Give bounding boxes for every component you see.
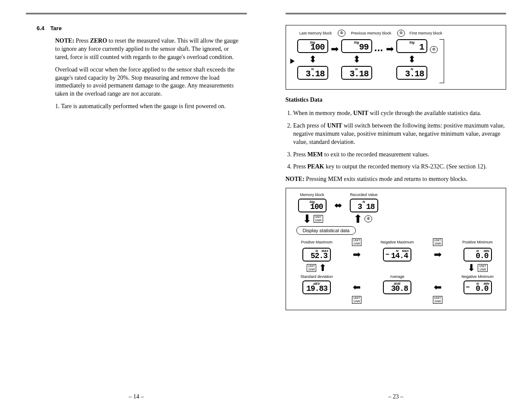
note-label: NOTE:	[55, 37, 74, 44]
page-right: Last memory block ⦿ Previous memory bloc…	[266, 0, 532, 411]
lcd-average: AVE 30.8	[383, 280, 411, 294]
updown-arrow-icon: ⬍	[408, 55, 416, 64]
right-arrow-icon: ➡	[386, 44, 394, 54]
label-neg-max: Negative Maximum	[380, 240, 414, 244]
lcd-recorded-value: N 3 18	[350, 199, 378, 212]
updown-arrow-icon: ⬍	[353, 55, 361, 64]
unit-button-icon: UNIT1INR	[433, 296, 442, 304]
label-first-memory: First memory block	[408, 31, 445, 35]
unit-button-icon: UNIT1INR	[352, 296, 361, 304]
figure-memory-blocks: Last memory block ⦿ Previous memory bloc…	[286, 25, 507, 90]
btn-icon: ⦿	[338, 30, 345, 37]
entry-arrow-icon	[290, 59, 295, 64]
lcd-last-value: N 3.18	[297, 66, 328, 80]
updown-arrow-icon: ⬍	[309, 55, 317, 64]
down-arrow-icon: ⬇	[302, 214, 312, 224]
label-memory-block: Memory block	[300, 193, 324, 197]
left-arrow-icon: ⬅	[434, 283, 442, 292]
lcd-first-value: N 3.18	[396, 66, 427, 80]
unit-button-icon: UNIT1INR	[478, 264, 487, 272]
statistics-heading: Statistics Data	[286, 97, 507, 103]
label-pos-max: Positive Maximum	[301, 240, 333, 244]
unit-button-icon: UNIT1INR	[352, 238, 361, 246]
label-std-dev: Standard deviation	[301, 274, 333, 279]
page-left: 6.4 Tare NOTE: Press ZERO to reset the m…	[0, 0, 266, 411]
lcd-neg-min: NMIN – 0.0	[464, 280, 492, 294]
label-neg-min: Negative Minimum	[461, 274, 494, 279]
label-last-memory: Last memory block	[296, 31, 335, 35]
lcd-std-dev: dEV 19.83	[302, 280, 331, 294]
loop-bracket-icon	[439, 39, 444, 83]
btn-icon: ⦿	[364, 215, 372, 222]
statistics-list: When in memory mode, UNIT will cycle thr…	[293, 109, 507, 171]
lcd-neg-max: NMAX – 14.4	[383, 248, 411, 262]
display-statistical-data: Display statistical data	[296, 226, 356, 235]
left-arrow-icon: ⬅	[353, 283, 361, 292]
figure-statistics-flow: Memory block Slg 100 ⬌ Recorded Value N …	[286, 188, 507, 310]
zero-key: ZERO	[90, 37, 107, 44]
right-arrow-icon: ➡	[434, 250, 442, 259]
ellipsis-icon: •••	[375, 47, 384, 54]
page-number-left: – 14 –	[26, 393, 247, 400]
page-number-right: – 23 –	[286, 393, 507, 400]
list-item: Each press of UNIT will switch between t…	[293, 122, 507, 146]
down-arrow-icon: ⬇	[467, 263, 475, 273]
list-item: Press MEM to exit to the recorded measur…	[293, 151, 507, 159]
right-arrow-icon: ➡	[353, 250, 361, 259]
section-number: 6.4	[37, 25, 49, 31]
unit-button-icon: UNIT1INR	[307, 264, 316, 272]
unit-button-icon: UNIT1INR	[314, 215, 323, 223]
lcd-first-index: Slg 1	[396, 39, 427, 53]
lcd-prev-index: Slg 99	[341, 39, 372, 53]
label-prev-memory: Previous memory block	[348, 31, 395, 35]
unit-button-icon: UNIT1INR	[433, 238, 442, 246]
btn-icon: ⦿	[430, 46, 438, 53]
section-heading: 6.4 Tare	[37, 25, 247, 31]
list-item: When in memory mode, UNIT will cycle thr…	[293, 109, 507, 118]
list-item: Press PEAK key to output the recorded me…	[293, 163, 507, 171]
list-item-1: 1. Tare is automatically performed when …	[55, 103, 243, 111]
right-arrow-icon: ➡	[331, 44, 339, 54]
leftright-arrow-icon: ⬌	[334, 201, 342, 210]
top-rule	[26, 13, 247, 14]
lcd-pos-max: NMAX 52.3	[302, 248, 331, 262]
note-para-1: NOTE: Press ZERO to reset the measured v…	[55, 37, 243, 62]
lcd-last-index: Slg 100	[297, 39, 328, 53]
overload-para: Overload will occur when the force appli…	[55, 66, 243, 99]
lcd-prev-value: N 3.18	[341, 66, 372, 80]
lcd-pos-min: NMIN 0.0	[464, 248, 492, 262]
top-rule	[286, 13, 507, 14]
label-recorded-value: Recorded Value	[350, 193, 378, 197]
label-pos-min: Positive Minimum	[462, 240, 493, 244]
btn-icon: ⦿	[397, 30, 405, 37]
lcd-mem-block: Slg 100	[298, 199, 327, 212]
section-title: Tare	[50, 25, 62, 31]
label-average: Average	[390, 274, 404, 279]
up-arrow-icon: ⬆	[319, 263, 327, 273]
note-para-2: NOTE: Pressing MEM exits statistics mode…	[286, 175, 507, 184]
up-arrow-icon: ⬆	[353, 214, 363, 224]
